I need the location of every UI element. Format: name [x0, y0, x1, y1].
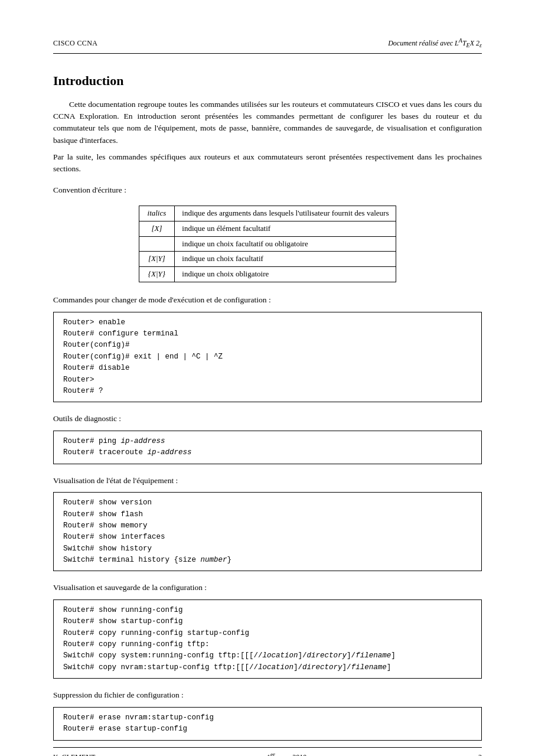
code-line: Router# show memory	[63, 520, 472, 532]
header-left: CISCO CCNA	[53, 38, 97, 48]
code-line: Router# copy running-config tftp:	[63, 639, 472, 650]
code-line: Router# disable	[63, 363, 472, 374]
table-cell-col1: italics	[139, 206, 175, 221]
table-cell-col2: indique un choix obligatoire	[175, 267, 396, 282]
table-cell-col1: [X|Y]	[139, 252, 175, 267]
page: CISCO CCNA Document réalisé avec LATEX 2…	[0, 0, 535, 756]
code-line: Router# show running-config	[63, 605, 472, 616]
cmd-section-label: Commandes pour changer de mode d'exécuti…	[53, 294, 482, 306]
table-cell-col1: {X|Y}	[139, 267, 175, 282]
code-line: Switch# copy system:running-config tftp:…	[63, 650, 472, 662]
suppress-box: Router# erase nvram:startup-config Route…	[53, 707, 482, 741]
footer-left: K. CLEMENT	[53, 752, 95, 756]
table-cell-col2: indique un élément facultatif	[175, 221, 396, 236]
table-row: [X] indique un élément facultatif	[139, 221, 396, 236]
table-row: [X|Y] indique un choix facultatif	[139, 252, 396, 267]
visu-box: Router# show version Router# show flash …	[53, 492, 482, 571]
page-footer: K. CLEMENT 1er mars 2010 2	[53, 747, 482, 756]
cmd-box1: Router> enable Router# configure termina…	[53, 312, 482, 403]
suppress-label: Suppression du fichier de configuration …	[53, 689, 482, 701]
code-line: Router# erase startup-config	[63, 724, 472, 735]
table-cell-col2: indique un choix facultatif	[175, 252, 396, 267]
intro-para2: Par la suite, les commandes spécifiques …	[53, 151, 482, 175]
section-title: Introduction	[53, 71, 482, 90]
table-row: {X|Y} indique un choix obligatoire	[139, 267, 396, 282]
table-row: indique un choix facultatif ou obligatoi…	[139, 236, 396, 252]
config-label: Visualisation et sauvegarde de la config…	[53, 582, 482, 594]
code-line: Router# configure terminal	[63, 328, 472, 340]
page-header: CISCO CCNA Document réalisé avec LATEX 2…	[53, 37, 482, 54]
code-line: Router(config)# exit | end | ^C | ^Z	[63, 351, 472, 363]
table-cell-col1	[139, 236, 175, 252]
code-line: Router(config)#	[63, 340, 472, 351]
code-line: Router>	[63, 374, 472, 386]
diag-label: Outils de diagnostic :	[53, 413, 482, 425]
code-line: Router# ?	[63, 386, 472, 397]
footer-center: 1er mars 2010	[267, 751, 306, 756]
code-line: Router# traceroute ip-address	[63, 447, 472, 458]
code-line: Router# ping ip-address	[63, 436, 472, 447]
code-line: Router> enable	[63, 317, 472, 328]
code-line: Router# erase nvram:startup-config	[63, 712, 472, 724]
code-line: Router# show version	[63, 497, 472, 509]
footer-right: 2	[478, 752, 482, 756]
intro-para1: Cette documentation regroupe toutes les …	[53, 99, 482, 146]
code-line: Switch# terminal history {size number}	[63, 555, 472, 566]
convention-table: italics indique des arguments dans lesqu…	[139, 206, 397, 282]
code-line: Router# show startup-config	[63, 616, 472, 627]
convention-label: Convention d'écriture :	[53, 184, 482, 196]
diag-box: Router# ping ip-address Router# tracerou…	[53, 431, 482, 464]
config-box: Router# show running-config Router# show…	[53, 599, 482, 679]
code-line: Switch# copy nvram:startup-config tftp:[…	[63, 662, 472, 673]
code-line: Router# copy running-config startup-conf…	[63, 628, 472, 639]
table-cell-col1: [X]	[139, 221, 175, 236]
visu-label: Visualisation de l'état de l'équipement …	[53, 475, 482, 487]
code-line: Router# show flash	[63, 509, 472, 520]
convention-table-wrapper: italics indique des arguments dans lesqu…	[53, 206, 482, 282]
header-right: Document réalisé avec LATEX 2ε	[388, 37, 482, 50]
table-row: italics indique des arguments dans lesqu…	[139, 206, 396, 221]
table-cell-col2: indique des arguments dans lesquels l'ut…	[175, 206, 396, 221]
code-line: Router# show interfaces	[63, 532, 472, 543]
table-cell-col2: indique un choix facultatif ou obligatoi…	[175, 236, 396, 252]
code-line: Switch# show history	[63, 543, 472, 555]
